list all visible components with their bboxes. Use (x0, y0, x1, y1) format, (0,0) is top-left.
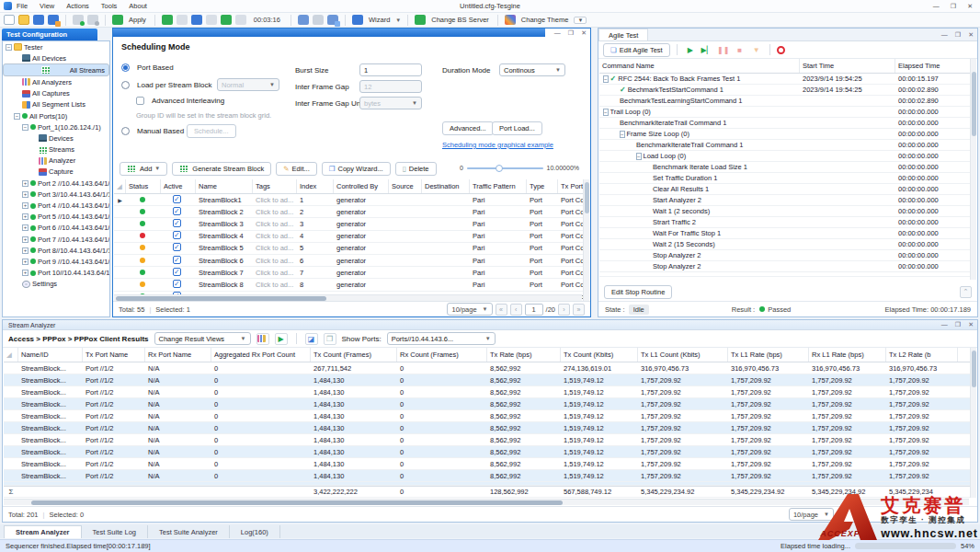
run-icon[interactable]: ▶ (684, 44, 697, 56)
panel-restore-icon[interactable]: ❐ (568, 29, 574, 37)
record-icon[interactable] (777, 46, 785, 54)
command-row[interactable]: −Frame Size Loop (0)00:00:00.000 (599, 129, 970, 140)
column-header-elapsed-time[interactable]: Elapsed Time (895, 59, 970, 73)
change-theme-label[interactable]: Change Theme (521, 16, 569, 24)
column-header-rx-count-frames-[interactable]: Rx Count (Frames) (397, 348, 487, 362)
tree-item[interactable]: +Port 3//10.44.143.64/1/1 (3, 189, 109, 200)
active-cell[interactable] (161, 231, 196, 241)
command-row[interactable]: −✓RFC 2544: Back To Back Frames Test 120… (599, 74, 970, 85)
command-row[interactable]: Set Traffic Duration 100:00:00.000 (599, 173, 970, 184)
slider-track[interactable] (467, 167, 543, 169)
command-row[interactable]: −Trail Loop (0)00:00:00.000 (599, 107, 970, 118)
stream-grid-hscrollbar[interactable] (114, 294, 582, 301)
menu-file[interactable]: File (17, 2, 28, 10)
stream-row[interactable]: StreamBlock 5Click to ad...5generatorPar… (114, 243, 589, 255)
active-checkbox[interactable] (173, 207, 181, 215)
result-row[interactable]: StreamBlock...Port //1/2N/A01,484,13008,… (4, 422, 970, 434)
chart-view-icon[interactable] (256, 333, 269, 345)
expander-icon[interactable]: + (22, 247, 28, 254)
tree-item[interactable]: +Port 2 //10.44.143.64/1/1 (3, 178, 109, 189)
pause-icon[interactable]: ❚❚ (717, 44, 730, 56)
expander-icon[interactable]: − (14, 113, 20, 120)
load-slider[interactable]: 0 10.00000% (460, 165, 579, 171)
bottom-tab-log-160-[interactable]: Log(160) (230, 525, 280, 538)
expander-icon[interactable]: − (603, 109, 609, 116)
edit-stop-routine-button[interactable]: Edit Stop Routine (604, 285, 672, 299)
command-row[interactable]: Stop Analyzer 200:00:00.000 (599, 261, 970, 272)
edit-button[interactable]: ✎Edit... (276, 162, 316, 176)
delete-button[interactable]: ▯Delete (395, 162, 437, 176)
last-page-button[interactable]: » (573, 304, 585, 316)
disconnect-icon[interactable] (87, 15, 98, 25)
result-row[interactable]: StreamBlock...Port //1/2N/A01,484,13008,… (4, 374, 970, 386)
next-page-button[interactable]: › (558, 304, 570, 316)
column-header-type[interactable]: Type (527, 179, 558, 193)
active-cell[interactable] (161, 219, 196, 229)
save-as-icon[interactable] (48, 15, 59, 25)
save-icon[interactable] (33, 15, 44, 25)
active-cell[interactable] (161, 195, 196, 205)
tree-item[interactable]: Settings (3, 279, 109, 290)
column-header-tx-port-name[interactable]: Tx Port Name (83, 348, 145, 362)
expander-icon[interactable]: + (22, 191, 28, 198)
collapse-icon[interactable]: ⌃ (960, 286, 972, 298)
panel-restore-icon[interactable]: ❐ (955, 321, 961, 328)
panel-close-icon[interactable]: ✕ (968, 31, 974, 39)
panel-restore-icon[interactable]: ❐ (955, 31, 961, 39)
tree-item[interactable]: +Port 8//10.44.143.64/1/1 (3, 245, 109, 256)
command-row[interactable]: Strart Traffic 200:00:00.000 (599, 217, 970, 228)
tree-item[interactable]: +Port 5 //10.44.143.64/1/1 (3, 212, 109, 223)
page-size-select[interactable]: 10/page▼ (789, 508, 834, 521)
expander-icon[interactable]: − (22, 124, 28, 131)
active-cell[interactable] (161, 268, 196, 278)
column-header-rx-l-rate-bps-[interactable]: Rx L1 Rate (bps) (809, 348, 886, 362)
column-header-tx-l-count-kbits-[interactable]: Tx L1 Count (Kbits) (638, 348, 728, 362)
tree-item[interactable]: +Port 7 //10.44.143.64/1/1 (3, 234, 109, 245)
load-mode-select[interactable]: Normal▼ (217, 78, 279, 91)
minimize-icon[interactable]: — (933, 3, 940, 10)
maximize-icon[interactable]: ❐ (951, 3, 956, 10)
bottom-tab-test-suite-analyzer[interactable]: Test Suite Analyzer (148, 525, 230, 538)
stream-grid-vscrollbar[interactable] (583, 179, 589, 301)
open-file-icon[interactable] (18, 15, 29, 25)
advanced-interleaving-checkbox[interactable]: Advanced Interleaving (136, 97, 224, 105)
select-all-corner-icon[interactable]: ◢ (4, 348, 18, 362)
tab-test-configuration[interactable]: Test Configuration (2, 29, 97, 40)
page-size-select[interactable]: 10/page▼ (447, 303, 492, 316)
advanced-button[interactable]: Advanced... (442, 121, 494, 135)
tree-item[interactable]: −Tester (3, 41, 109, 52)
active-cell[interactable] (161, 280, 196, 290)
manual-based-radio[interactable]: Manual Based (121, 127, 184, 135)
tab-agile-test[interactable]: Agile Test (598, 29, 648, 40)
tree-item[interactable]: −All Ports(10) (3, 110, 109, 121)
panel-close-icon[interactable]: ✕ (968, 321, 974, 328)
copy-wizard-button[interactable]: ❐Copy Wizard... (322, 162, 391, 176)
prev-page-button[interactable]: ‹ (510, 304, 522, 316)
apply-icon[interactable] (112, 15, 123, 25)
start-traffic-icon[interactable] (162, 15, 173, 25)
scheduling-example-link[interactable]: Scheduling mode graphical example (442, 141, 553, 149)
command-row[interactable]: Wait 1 (2 seconds)00:00:00.000 (599, 206, 970, 217)
active-cell[interactable] (161, 256, 196, 266)
tree-item[interactable]: All Devices (3, 52, 109, 63)
command-row[interactable]: Benchmark Iterate Load Size 100:00:00.00… (599, 162, 970, 173)
schedule-button[interactable]: Schedule... (187, 124, 236, 138)
active-checkbox[interactable] (173, 243, 181, 251)
change-bs-server-label[interactable]: Change BS Server (431, 16, 489, 24)
command-row[interactable]: ✓BechmarkTestStartCommand 12023/9/14 19:… (599, 85, 970, 96)
duration-mode-select[interactable]: Continous▼ (499, 63, 565, 76)
slider-thumb[interactable] (496, 165, 503, 172)
column-header-tx-count-kbits-[interactable]: Tx Count (Kbits) (561, 348, 638, 362)
tree-item[interactable]: Analyzer (3, 155, 109, 167)
expander-icon[interactable]: + (22, 180, 28, 187)
result-row[interactable]: StreamBlock...Port //1/2N/A0267,711,5420… (4, 362, 970, 374)
expander-icon[interactable]: + (22, 236, 28, 243)
stop-capture-icon[interactable] (235, 15, 246, 25)
result-row[interactable]: StreamBlock...Port //1/2N/A01,484,13008,… (4, 458, 970, 470)
select-all-corner-icon[interactable]: ◢ (114, 179, 126, 193)
tree-item[interactable]: +Port 6 //10.44.143.64/1/1 (3, 223, 109, 234)
menu-view[interactable]: View (40, 2, 54, 10)
expander-icon[interactable]: − (603, 75, 609, 83)
column-header-rx-port-name[interactable]: Rx Port Name (145, 348, 211, 362)
analyzer-vscrollbar[interactable] (970, 348, 976, 498)
